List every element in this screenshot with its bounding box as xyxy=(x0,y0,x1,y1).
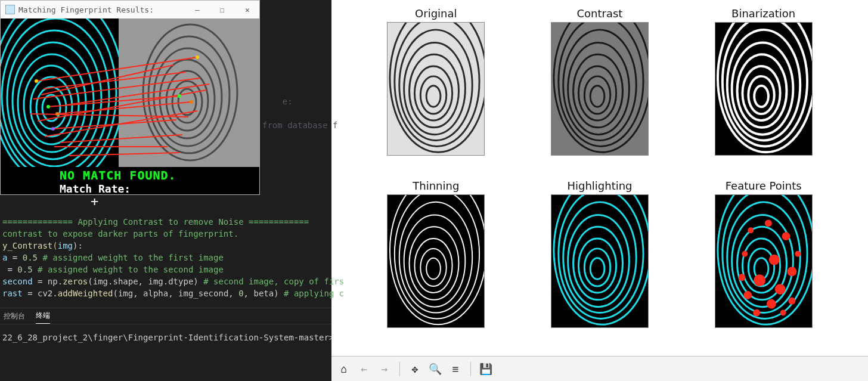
svg-line-29 xyxy=(30,114,188,117)
code-behind-line: e: xyxy=(283,97,293,106)
minimize-button[interactable]: — xyxy=(190,4,204,16)
subplot-highlighting: Highlighting xyxy=(551,179,649,349)
subplot-title: Feature Points xyxy=(726,179,802,192)
match-results-window: Matching Fingerprint Results: — ☐ ✕ xyxy=(0,0,260,195)
subplot-image xyxy=(551,194,649,328)
window-title: Matching Fingerprint Results: xyxy=(18,5,190,14)
subplot-contrast: Contrast xyxy=(551,7,649,177)
subplot-thinning: Thinning xyxy=(387,179,485,349)
svg-point-38 xyxy=(190,100,193,104)
editor-pane: e: from database f Matching Fingerprint … xyxy=(0,0,331,381)
svg-point-94 xyxy=(765,219,772,227)
svg-line-19 xyxy=(44,72,185,89)
toolbar-separator xyxy=(399,362,400,376)
svg-point-98 xyxy=(787,267,796,276)
window-titlebar[interactable]: Matching Fingerprint Results: — ☐ ✕ xyxy=(1,1,259,18)
subplot-image xyxy=(387,22,485,156)
svg-point-104 xyxy=(753,309,760,316)
tab-console[interactable]: 控制台 xyxy=(4,309,25,324)
svg-line-26 xyxy=(60,135,182,143)
code-editor[interactable]: ============== Applying Contrast to remo… xyxy=(0,215,331,301)
code-behind-line: from database f xyxy=(262,120,337,130)
svg-point-101 xyxy=(743,291,752,299)
svg-point-107 xyxy=(795,250,801,256)
matplotlib-figure: Original Contr xyxy=(331,0,868,381)
back-icon[interactable]: ← xyxy=(356,361,372,377)
matplotlib-toolbar: ⌂ ← → ✥ 🔍 ≡ 💾 xyxy=(331,356,868,381)
match-results-image: NO MATCH FOUND. Match Rate: 40.666666666… xyxy=(1,18,259,194)
svg-point-96 xyxy=(742,250,748,256)
subplot-title: Contrast xyxy=(577,7,623,20)
match-rate-text: Match Rate: 40.666666666666664% xyxy=(3,182,257,194)
svg-point-95 xyxy=(782,232,790,240)
subplot-image xyxy=(715,194,813,328)
svg-point-106 xyxy=(738,274,745,281)
subplot-image xyxy=(551,22,649,156)
plot-grid: Original Contr xyxy=(331,0,868,356)
subplot-binarization: Binarization xyxy=(715,7,813,177)
svg-point-99 xyxy=(754,274,765,286)
subplot-original: Original xyxy=(387,7,485,177)
svg-point-35 xyxy=(51,127,55,131)
subplot-image xyxy=(387,194,485,328)
app-icon xyxy=(5,5,15,14)
svg-point-33 xyxy=(46,105,50,109)
svg-point-32 xyxy=(35,79,38,83)
subplot-feature-points: Feature Points xyxy=(715,179,813,349)
svg-point-37 xyxy=(178,94,181,98)
subplot-title: Binarization xyxy=(731,7,795,20)
svg-point-34 xyxy=(55,112,59,116)
forward-icon[interactable]: → xyxy=(377,361,392,377)
close-button[interactable]: ✕ xyxy=(240,4,255,16)
toolbar-separator xyxy=(470,362,471,376)
svg-point-102 xyxy=(767,299,776,308)
subplot-title: Original xyxy=(415,7,457,20)
save-icon[interactable]: 💾 xyxy=(478,361,494,377)
tab-terminal[interactable]: 终端 xyxy=(36,308,50,324)
subplot-title: Highlighting xyxy=(567,179,632,192)
configure-icon[interactable]: ≡ xyxy=(448,361,463,377)
svg-point-100 xyxy=(774,284,785,295)
terminal-output[interactable]: 22_6_28_project_2\finger\Fingerprint-Ide… xyxy=(0,332,331,344)
pan-icon[interactable]: ✥ xyxy=(407,361,423,377)
subplot-image xyxy=(715,22,813,156)
svg-point-103 xyxy=(788,297,795,304)
terminal-tabs: 控制台 终端 xyxy=(0,308,331,324)
cursor-crosshair: + xyxy=(91,194,98,209)
svg-point-36 xyxy=(196,55,199,59)
code-behind: e: from database f xyxy=(262,66,337,161)
svg-point-97 xyxy=(769,254,780,265)
home-icon[interactable]: ⌂ xyxy=(336,361,352,377)
zoom-icon[interactable]: 🔍 xyxy=(427,361,443,377)
svg-point-105 xyxy=(780,309,786,315)
maximize-button[interactable]: ☐ xyxy=(215,4,230,16)
svg-point-93 xyxy=(748,227,754,233)
subplot-title: Thinning xyxy=(413,179,459,192)
svg-line-31 xyxy=(69,153,179,156)
